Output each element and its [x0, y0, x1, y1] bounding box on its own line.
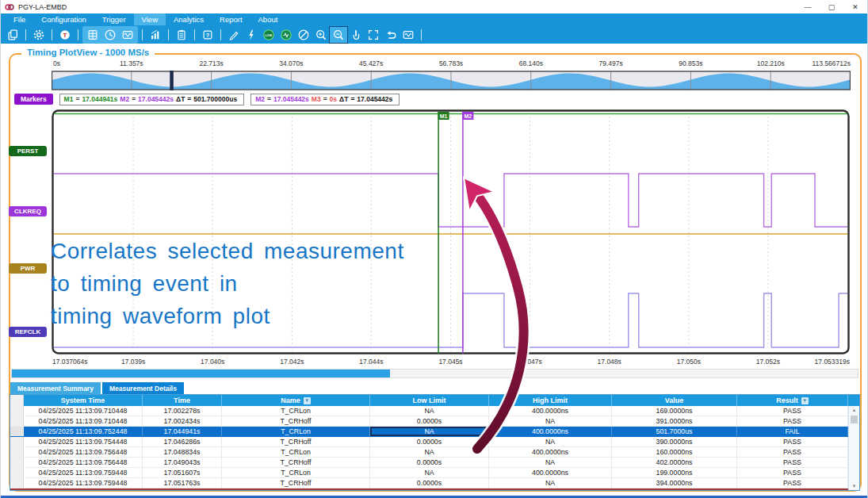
table-row[interactable]: 04/25/2025 11:13:09.71044817.002278sT_CR…	[10, 406, 859, 416]
table-cell[interactable]: 17.044941s	[143, 427, 222, 436]
row-selector-gutter[interactable]	[10, 416, 24, 426]
table-cell[interactable]: PASS	[737, 416, 848, 426]
table-cell[interactable]: 17.049043s	[143, 458, 222, 467]
table-cell[interactable]: FAIL	[737, 427, 848, 436]
overview-navigator[interactable]	[52, 71, 851, 90]
signal-label-perst[interactable]: PERST	[9, 146, 47, 156]
table-cell[interactable]: 394.0000ns	[612, 478, 737, 488]
overview-cursor-handle[interactable]	[170, 71, 174, 90]
table-cell[interactable]: 04/25/2025 11:13:09.759448	[24, 468, 143, 477]
filter-icon[interactable]: ▼	[304, 397, 311, 404]
signal-label-pwr[interactable]: PWR	[9, 263, 47, 274]
table-cell[interactable]: 17.051763s	[143, 478, 222, 488]
compass-disabled-icon[interactable]	[295, 27, 312, 43]
table-cell[interactable]: PASS	[737, 447, 848, 457]
table-cell[interactable]: 0.0000s	[370, 437, 489, 446]
table-cell[interactable]: 04/25/2025 11:13:09.754448	[24, 437, 143, 446]
table-cell[interactable]: T_CRHoff	[222, 458, 370, 467]
table-row[interactable]: 04/25/2025 11:13:09.71044817.002434sT_CR…	[10, 416, 859, 427]
table-cell[interactable]: 0.0000s	[370, 416, 489, 426]
table-cell[interactable]: PASS	[737, 458, 848, 467]
row-selector-gutter[interactable]	[10, 458, 24, 467]
menu-configuration[interactable]: Configuration	[33, 13, 94, 25]
report-icon[interactable]	[173, 27, 190, 43]
maximize-button[interactable]: ▢	[820, 0, 843, 13]
table-cell[interactable]: NA	[489, 437, 612, 446]
undo-icon[interactable]	[382, 27, 400, 43]
zoom-out-icon[interactable]	[330, 27, 347, 43]
column-header-value[interactable]: Value	[612, 395, 737, 406]
row-selector-gutter[interactable]	[10, 478, 24, 488]
table-row[interactable]: 04/25/2025 11:13:09.75944817.051763sT_CR…	[10, 478, 859, 488]
table-cell[interactable]: 160.0000ns	[612, 447, 737, 457]
row-selector-gutter[interactable]	[10, 468, 24, 477]
protocol-view-icon[interactable]	[84, 27, 101, 43]
menu-view[interactable]: View	[134, 13, 166, 25]
table-cell[interactable]: 0.0000s	[370, 458, 489, 467]
table-cell[interactable]: T_CRHoff	[222, 416, 370, 426]
table-row[interactable]: 04/25/2025 11:13:09.75944817.051607sT_CR…	[10, 468, 859, 478]
table-cell[interactable]: NA	[489, 458, 612, 467]
table-cell[interactable]: 400.0000ns	[489, 406, 612, 416]
table-row[interactable]: 04/25/2025 11:13:09.75244817.044941sT_CR…	[10, 427, 859, 437]
scroll-down-icon[interactable]: ▼	[849, 482, 859, 490]
table-cell[interactable]: T_CRHoff	[222, 478, 370, 488]
table-cell[interactable]: T_CRHoff	[222, 437, 370, 446]
horizontal-scrollbar-thumb[interactable]	[12, 370, 390, 377]
table-cell[interactable]: NA	[489, 478, 612, 488]
plot-window-icon[interactable]	[400, 27, 417, 43]
table-cell[interactable]: 17.046286s	[143, 437, 222, 446]
table-cell[interactable]: 04/25/2025 11:13:09.710448	[24, 406, 143, 416]
fit-screen-icon[interactable]	[365, 27, 382, 43]
column-header-name[interactable]: Name▼	[222, 395, 370, 406]
table-cell[interactable]: PASS	[737, 468, 848, 477]
menu-about[interactable]: About	[250, 13, 286, 25]
table-cell[interactable]: 501.7000us	[612, 427, 737, 436]
settings-gear-icon[interactable]	[30, 27, 48, 43]
analytics-icon[interactable]	[147, 27, 164, 43]
table-cell[interactable]: 04/25/2025 11:13:09.756448	[24, 458, 143, 467]
close-button[interactable]: ✕	[843, 0, 867, 13]
vertical-scrollbar[interactable]: ▲ ▼	[848, 406, 859, 490]
signal-label-clkreq[interactable]: CLKREQ	[9, 206, 47, 216]
column-header-system-time[interactable]: System Time	[24, 395, 143, 406]
table-cell[interactable]: 04/25/2025 11:13:09.710448	[24, 416, 143, 426]
table-cell[interactable]: 400.0000ns	[489, 468, 612, 477]
tab-measurement-summary[interactable]: Measurement Summary	[10, 382, 101, 394]
signal-label-refclk[interactable]: REFCLK	[9, 327, 47, 337]
row-selector-gutter[interactable]	[10, 437, 24, 446]
table-cell[interactable]: 17.002278s	[143, 406, 222, 416]
table-cell[interactable]: 169.0000ns	[612, 406, 737, 416]
table-cell[interactable]: NA	[370, 468, 489, 477]
table-cell[interactable]: 04/25/2025 11:13:09.756448	[24, 447, 143, 457]
table-cell[interactable]: 390.0000ns	[612, 437, 737, 446]
table-cell[interactable]: NA	[489, 416, 612, 426]
table-cell[interactable]: T_CRLon	[222, 447, 370, 457]
table-cell[interactable]: 17.048834s	[143, 447, 222, 457]
menu-report[interactable]: Report	[212, 13, 250, 25]
row-selector-gutter[interactable]	[10, 406, 24, 416]
menu-analytics[interactable]: Analytics	[166, 13, 212, 25]
table-cell[interactable]: NA	[370, 447, 489, 457]
table-cell[interactable]: 0.0000s	[370, 478, 489, 488]
table-cell[interactable]: T_CRLon	[222, 406, 370, 416]
table-cell[interactable]: T_CRLon	[222, 468, 370, 477]
table-cell[interactable]: 391.0000ns	[612, 416, 737, 426]
minimize-button[interactable]: —	[796, 0, 820, 13]
table-row[interactable]: 04/25/2025 11:13:09.75644817.049043sT_CR…	[10, 458, 859, 468]
column-header-low-limit[interactable]: Low Limit	[370, 395, 489, 406]
state-view-icon[interactable]	[101, 27, 119, 43]
menu-trigger[interactable]: Trigger	[94, 13, 134, 25]
column-header-time[interactable]: Time	[143, 395, 222, 406]
table-cell[interactable]: 402.0000ns	[612, 458, 737, 467]
pan-hand-icon[interactable]	[347, 27, 365, 43]
filter-icon[interactable]: ▼	[801, 397, 809, 404]
table-cell[interactable]: NA	[370, 427, 489, 436]
table-row[interactable]: 04/25/2025 11:13:09.75444817.046286sT_CR…	[10, 437, 859, 447]
annotate-pencil-icon[interactable]	[225, 27, 243, 43]
row-selector-gutter[interactable]	[10, 427, 24, 436]
table-cell[interactable]: T_CRLon	[222, 427, 370, 436]
column-header-result[interactable]: Result▼	[737, 395, 848, 406]
table-cell[interactable]: 17.002434s	[143, 416, 222, 426]
table-cell[interactable]: PASS	[737, 437, 848, 446]
